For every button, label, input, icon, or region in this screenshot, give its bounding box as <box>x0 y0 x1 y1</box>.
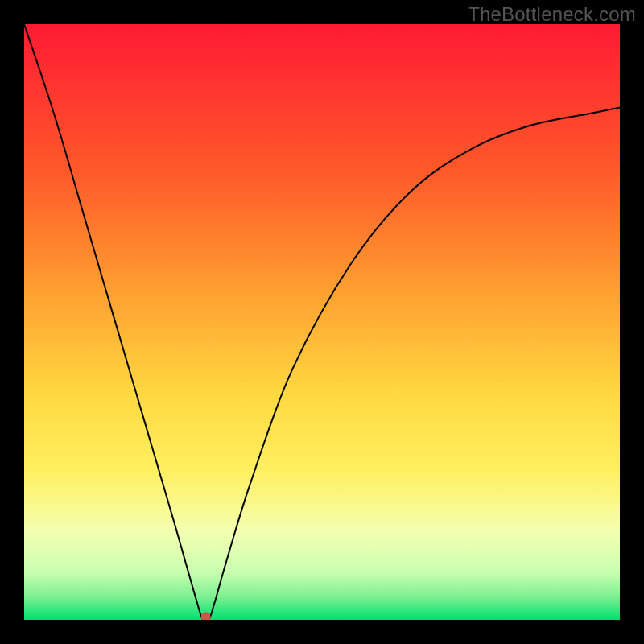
curve-layer <box>24 24 620 620</box>
bottleneck-curve <box>24 24 620 620</box>
watermark-text: TheBottleneck.com <box>468 3 636 26</box>
minimum-marker <box>201 612 211 620</box>
plot-area <box>24 24 620 620</box>
chart-frame: TheBottleneck.com <box>0 0 644 644</box>
